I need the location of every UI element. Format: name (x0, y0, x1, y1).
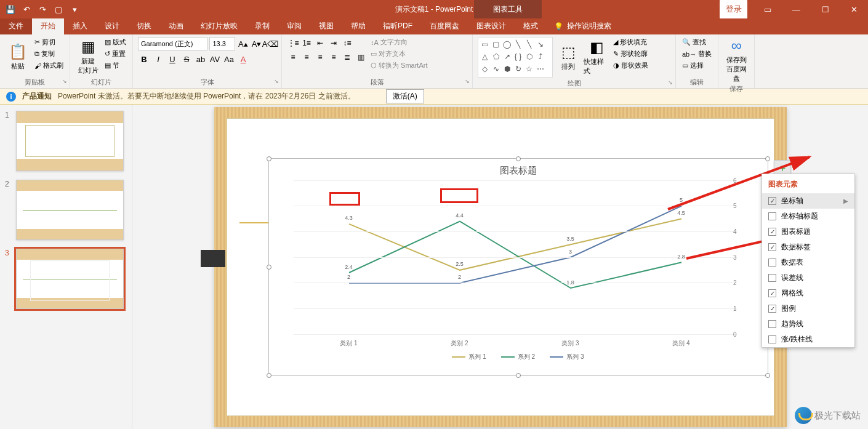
align-center-button[interactable]: ≡ (300, 51, 313, 63)
chart-element-option[interactable]: 涨/跌柱线 (762, 332, 854, 347)
ribbon-options-icon[interactable]: ▭ (753, 0, 781, 18)
align-text-button[interactable]: ▭对齐文本 (369, 49, 428, 59)
resize-handle[interactable] (267, 373, 271, 378)
strikethrough-button[interactable]: S (180, 53, 193, 65)
checkbox-icon[interactable]: ✓ (768, 228, 776, 236)
thumbnail-slide-1[interactable]: 1 (5, 111, 127, 171)
font-name-select[interactable]: Garamond (正文) (138, 37, 207, 50)
chart-element-option[interactable]: 趋势线 (762, 316, 854, 332)
activate-button[interactable]: 激活(A) (386, 89, 424, 103)
resize-handle[interactable] (267, 156, 271, 161)
paste-button[interactable]: 📋粘贴 (5, 37, 31, 76)
minimize-icon[interactable]: ― (782, 0, 810, 18)
bold-button[interactable]: B (138, 53, 150, 65)
text-direction-button[interactable]: ↕A文字方向 (369, 37, 428, 47)
format-painter-button[interactable]: 🖌格式刷 (33, 60, 65, 71)
line-spacing-button[interactable]: ↕≡ (341, 37, 353, 49)
increase-indent-button[interactable]: ⇥ (328, 37, 340, 49)
shape-effects-button[interactable]: ◑形状效果 (612, 60, 649, 71)
dialog-launcher-icon[interactable]: ↘ (668, 79, 673, 86)
resize-handle[interactable] (765, 156, 770, 161)
save-icon[interactable]: 💾 (4, 2, 17, 16)
distribute-button[interactable]: ≣ (341, 51, 353, 63)
checkbox-icon[interactable] (768, 320, 776, 328)
save-baidu-button[interactable]: ∞保存到 百度网盘 (723, 37, 749, 83)
align-right-button[interactable]: ≡ (314, 51, 326, 63)
tab-record[interactable]: 录制 (246, 18, 278, 34)
chart-title[interactable]: 图表标题 (269, 165, 768, 177)
layout-button[interactable]: ▧版式 (103, 37, 127, 47)
tab-view[interactable]: 视图 (310, 18, 342, 34)
decrease-indent-button[interactable]: ⇤ (314, 37, 326, 49)
chart-element-option[interactable]: ✓坐标轴▶ (762, 193, 854, 209)
tab-review[interactable]: 审阅 (278, 18, 310, 34)
tab-insert[interactable]: 插入 (64, 18, 96, 34)
tab-help[interactable]: 帮助 (342, 18, 374, 34)
reset-button[interactable]: ↺重置 (103, 49, 127, 59)
close-icon[interactable]: ✕ (840, 0, 868, 18)
checkbox-icon[interactable] (768, 259, 776, 267)
tab-transitions[interactable]: 切换 (128, 18, 160, 34)
login-button[interactable]: 登录 (720, 0, 747, 18)
copy-button[interactable]: ⧉复制 (33, 49, 65, 59)
checkbox-icon[interactable] (768, 212, 776, 220)
resize-handle[interactable] (267, 265, 271, 270)
cut-button[interactable]: ✂剪切 (33, 37, 65, 47)
numbering-button[interactable]: 1≡ (300, 37, 313, 49)
decrease-font-icon[interactable]: A▾ (251, 38, 262, 50)
chart-element-option[interactable]: ✓图表标题 (762, 224, 854, 239)
shape-outline-button[interactable]: ✎形状轮廓 (612, 49, 649, 59)
start-slideshow-icon[interactable]: ▢ (52, 2, 65, 16)
checkbox-icon[interactable]: ✓ (768, 289, 776, 297)
columns-button[interactable]: ▥ (355, 51, 367, 63)
dialog-launcher-icon[interactable]: ↘ (465, 78, 470, 84)
checkbox-icon[interactable]: ✓ (768, 305, 776, 313)
chart-element-option[interactable]: ✓网格线 (762, 286, 854, 301)
tab-foxit[interactable]: 福昕PDF (374, 18, 421, 34)
shadow-button[interactable]: ab (195, 53, 207, 65)
tab-format[interactable]: 格式 (515, 18, 547, 34)
font-size-select[interactable]: 13.3 (209, 37, 235, 50)
thumbnail-slide-3[interactable]: 3 (5, 249, 127, 309)
char-spacing-button[interactable]: AV (209, 53, 221, 65)
chart-object[interactable]: 图表标题 0123456类别 1类别 2类别 3类别 44.32.53.54.5… (269, 159, 768, 375)
underline-button[interactable]: U (166, 53, 179, 65)
chart-element-option[interactable]: ✓图例 (762, 301, 854, 316)
section-button[interactable]: ▤节 (103, 60, 127, 71)
checkbox-icon[interactable] (768, 274, 776, 282)
tab-chart-design[interactable]: 图表设计 (468, 18, 515, 34)
shape-fill-button[interactable]: ◢形状填充 (612, 37, 649, 47)
find-button[interactable]: 🔍查找 (681, 37, 713, 47)
italic-button[interactable]: I (152, 53, 164, 65)
chart-element-option[interactable]: 数据表 (762, 255, 854, 270)
new-slide-button[interactable]: ▦新建 幻灯片 (75, 37, 101, 76)
thumbnail-slide-2[interactable]: 2 (5, 180, 127, 240)
checkbox-icon[interactable] (768, 335, 776, 343)
chart-legend[interactable]: 系列 1 系列 2 系列 3 (269, 353, 768, 361)
tab-baidu[interactable]: 百度网盘 (421, 18, 468, 34)
chart-element-option[interactable]: ✓数据标签 (762, 239, 854, 255)
replace-button[interactable]: ab→替换 (681, 49, 713, 59)
bullets-button[interactable]: ⋮≡ (287, 37, 299, 49)
tab-design[interactable]: 设计 (96, 18, 128, 34)
font-color-button[interactable]: A (237, 53, 249, 65)
tab-slideshow[interactable]: 幻灯片放映 (192, 18, 246, 34)
increase-font-icon[interactable]: A▴ (237, 38, 249, 50)
resize-handle[interactable] (765, 373, 770, 378)
arrange-button[interactable]: ⬚排列 (555, 37, 581, 78)
dialog-launcher-icon[interactable]: ↘ (274, 78, 279, 84)
clear-format-icon[interactable]: A⌫ (264, 38, 276, 50)
tab-file[interactable]: 文件 (0, 18, 32, 34)
checkbox-icon[interactable]: ✓ (768, 243, 776, 251)
dialog-launcher-icon[interactable]: ↘ (62, 78, 67, 84)
maximize-icon[interactable]: ☐ (811, 0, 839, 18)
chart-plot-area[interactable]: 0123456类别 1类别 2类别 3类别 44.32.53.54.52.44.… (294, 180, 737, 334)
align-left-button[interactable]: ≡ (287, 51, 299, 63)
qat-dropdown-icon[interactable]: ▾ (68, 2, 81, 16)
undo-icon[interactable]: ↶ (20, 2, 33, 16)
slide-thumbnail-pane[interactable]: 1 2 3 (0, 105, 132, 429)
chart-element-option[interactable]: 误差线 (762, 270, 854, 286)
select-button[interactable]: ▭选择 (681, 60, 713, 71)
tell-me-search[interactable]: 💡操作说明搜索 (547, 18, 619, 34)
redo-icon[interactable]: ↷ (36, 2, 49, 16)
